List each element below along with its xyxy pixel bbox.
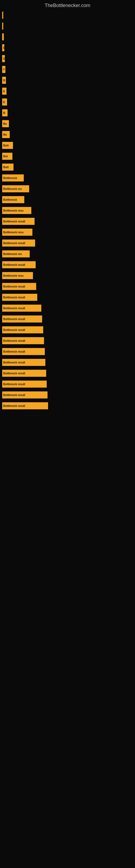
bar-label-text: Bottleneck result <box>3 307 25 310</box>
bar: Bottleneck result <box>2 283 36 290</box>
bar-row: Bottleneck result <box>2 400 133 411</box>
bar: Bottleneck result <box>2 380 47 388</box>
bar-container <box>2 33 133 41</box>
bar-container: Bottleneck result <box>2 283 133 290</box>
bar: Bottleneck <box>2 175 24 182</box>
bar-label-text: Bottleneck res <box>3 187 22 190</box>
bar-container: Bottleneck res <box>2 185 133 193</box>
bar-label-text: Bottleneck result <box>3 318 25 321</box>
bar-label-text: Bottleneck result <box>3 404 25 407</box>
bar-row: B <box>2 75 133 86</box>
bar-container <box>2 22 133 30</box>
bar-row: Bottleneck result <box>2 314 133 324</box>
bar: E <box>2 44 4 51</box>
bar-container: Bott <box>2 142 133 149</box>
bar-label-text: Bottleneck result <box>3 372 25 375</box>
bar: Bottleneck result <box>2 392 48 399</box>
bar-label-text: Bo <box>3 122 7 125</box>
bar-label-text: Bottleneck result <box>3 383 25 386</box>
bar-row: Bottleneck res <box>2 183 133 194</box>
bar-label-text: Bot <box>3 155 8 158</box>
bar-container: Bottleneck result <box>2 239 133 247</box>
bar-row: Bottleneck result <box>2 379 133 390</box>
bar: Bottleneck result <box>2 294 37 301</box>
bar-label-text: Bo <box>3 133 7 136</box>
bar: Bot <box>2 153 12 160</box>
bar-container: Bottleneck result <box>2 218 133 225</box>
bar-row: Bottleneck result <box>2 324 133 335</box>
bar-container: Bottleneck result <box>2 391 133 399</box>
bar-container: Bottleneck result <box>2 326 133 334</box>
bar-container: Bottleneck res <box>2 250 133 258</box>
bar-row <box>2 21 133 31</box>
bar: Bottleneck res <box>2 185 29 192</box>
bar-label-text: Bottleneck result <box>3 339 25 342</box>
bar <box>2 12 3 19</box>
bar-row: Bottleneck result <box>2 259 133 270</box>
bar: E <box>2 88 6 95</box>
bar-container: Bottleneck result <box>2 359 133 366</box>
bar: Bottleneck result <box>2 218 35 225</box>
bar <box>2 23 3 30</box>
bar-container: B <box>2 76 133 84</box>
bar-row: Bottleneck result <box>2 357 133 368</box>
bar-label-text: Bottleneck result <box>3 285 25 288</box>
bar-row: Bottleneck result <box>2 346 133 357</box>
bar-container: Bottleneck result <box>2 337 133 344</box>
bar-row: Bo <box>2 129 133 140</box>
bar-label-text: Bottleneck result <box>3 296 25 299</box>
bar-row: Bottleneck result <box>2 281 133 292</box>
bar-container: Bottleneck result <box>2 261 133 269</box>
bar-row: Bottleneck result <box>2 292 133 303</box>
bar-row <box>2 31 133 42</box>
bar-row: E <box>2 86 133 97</box>
bar: Bottleneck result <box>2 315 42 322</box>
bar: Bottleneck result <box>2 337 44 344</box>
bar: Bo <box>2 120 9 127</box>
chart-area: TheBottlenecker.com EEFBEEBBoBoBottBotBo… <box>0 0 135 411</box>
bar-label-text: Bottleneck <box>3 198 17 201</box>
bar: B <box>2 77 6 84</box>
bar: Bottleneck result <box>2 240 35 247</box>
bar-row: Bottleneck resu <box>2 270 133 281</box>
bar: Bott <box>2 142 13 149</box>
bar-container: Bo <box>2 131 133 138</box>
bar: Bottleneck res <box>2 250 30 257</box>
bar-container: Bott <box>2 163 133 171</box>
bar-label-text: B <box>3 79 5 82</box>
bar-container: Bottleneck <box>2 196 133 204</box>
bar-container: F <box>2 66 133 73</box>
bar-row: Bott <box>2 140 133 151</box>
bar: Bottleneck resu <box>2 272 33 279</box>
bar: Bottleneck result <box>2 348 45 355</box>
bar: Bottleneck result <box>2 326 43 333</box>
bar-container: Bottleneck result <box>2 304 133 312</box>
bar-row: Bottleneck <box>2 173 133 183</box>
bar-container: E <box>2 87 133 95</box>
bar-container: E <box>2 55 133 62</box>
bar: E <box>2 55 5 62</box>
bar-container: Bottleneck result <box>2 369 133 377</box>
bar-label-text: F <box>3 68 5 71</box>
bar: Bottleneck result <box>2 305 41 312</box>
bar-row <box>2 10 133 21</box>
bar-container: Bottleneck result <box>2 293 133 301</box>
bar-container: Bot <box>2 152 133 160</box>
bar-container: E <box>2 98 133 106</box>
bar-label-text: Bottleneck resu <box>3 274 24 277</box>
bar-container: Bottleneck resu <box>2 207 133 214</box>
bar-row: Bo <box>2 118 133 129</box>
bar-label-text: Bottleneck resu <box>3 209 24 212</box>
bar: Bottleneck result <box>2 370 46 377</box>
bar: F <box>2 66 5 73</box>
bar-label-text: Bottleneck result <box>3 394 25 397</box>
bar-container: Bottleneck resu <box>2 272 133 279</box>
bar-container: E <box>2 44 133 52</box>
bar-container: Bottleneck resu <box>2 228 133 236</box>
bar: E <box>2 98 7 105</box>
bar-row: Bottleneck result <box>2 238 133 248</box>
bar-container: Bottleneck result <box>2 348 133 355</box>
bar-container: Bottleneck result <box>2 315 133 323</box>
bar-row: Bottleneck result <box>2 368 133 379</box>
bar: Bott <box>2 163 13 170</box>
